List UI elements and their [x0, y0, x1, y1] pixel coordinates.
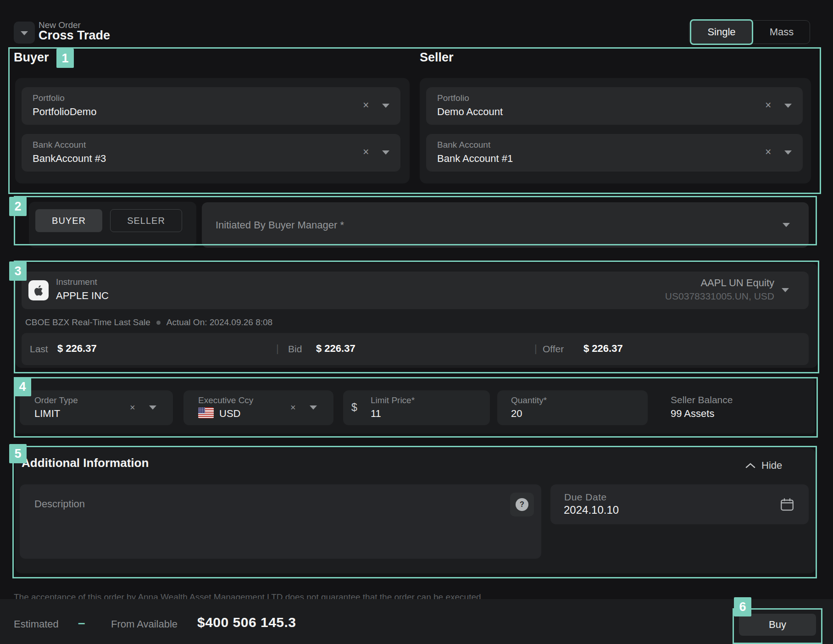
instrument-logo — [28, 280, 49, 300]
bid-price-label: Bid — [288, 343, 302, 355]
initiated-by-select[interactable]: Initiated By Buyer Manager * — [202, 202, 809, 248]
seller-portfolio-label: Portfolio — [437, 93, 469, 103]
description-help-button[interactable]: ? — [510, 493, 534, 516]
seller-bank-account-label: Bank Account — [437, 140, 490, 150]
offer-price-value: $ 226.37 — [583, 343, 623, 355]
seller-balance-label: Seller Balance — [671, 395, 733, 405]
hide-toggle[interactable]: Hide — [745, 459, 800, 472]
initiator-seller-toggle[interactable]: SELLER — [110, 209, 182, 232]
estimated-label: Estimated — [14, 618, 59, 630]
initiator-buyer-toggle[interactable]: BUYER — [35, 209, 102, 232]
initiator-buyer-toggle-label: BUYER — [52, 216, 86, 226]
executive-ccy-select[interactable]: Executive Ccy USD × — [183, 390, 333, 425]
initiated-by-placeholder: Initiated By Buyer Manager * — [216, 219, 344, 231]
market-feed-label: CBOE BZX Real-Time Last Sale — [25, 317, 150, 328]
seller-portfolio-value: Demo Account — [437, 106, 503, 118]
limit-price-label: Limit Price* — [371, 395, 415, 405]
dollar-prefix: $ — [351, 401, 357, 414]
clear-icon[interactable]: × — [765, 147, 771, 157]
page-title: Cross Trade — [39, 28, 110, 43]
last-price-value: $ 226.37 — [57, 343, 97, 355]
additional-info-title: Additional Information — [22, 456, 149, 470]
order-type-dropdown-button[interactable] — [14, 22, 35, 44]
limit-price-value[interactable]: 11 — [371, 408, 381, 420]
buyer-bank-account-value: BankAccount #3 — [33, 153, 106, 165]
tab-single-label: Single — [707, 26, 735, 38]
tab-mass-label: Mass — [770, 26, 794, 38]
market-data-row: CBOE BZX Real-Time Last Sale Actual On: … — [25, 317, 272, 328]
hide-label: Hide — [761, 460, 782, 472]
last-price-label: Last — [30, 343, 48, 355]
order-type-select[interactable]: Order Type LIMIT × — [20, 390, 173, 425]
chevron-down-icon[interactable] — [784, 104, 792, 108]
clear-icon[interactable]: × — [363, 147, 369, 157]
buyer-portfolio-value: PortfolioDemo — [33, 106, 96, 118]
chevron-down-icon[interactable] — [782, 288, 789, 292]
buyer-portfolio-select[interactable]: Portfolio PortfolioDemo × — [22, 87, 400, 125]
limit-price-field[interactable]: $ Limit Price* 11 — [343, 390, 490, 425]
instrument-label: Instrument — [56, 277, 97, 287]
chevron-down-icon[interactable] — [310, 405, 317, 410]
description-placeholder: Description — [34, 498, 85, 510]
chevron-down-icon[interactable] — [382, 150, 389, 155]
instrument-isin: US0378331005.UN, USD — [499, 291, 774, 302]
buy-button-label: Buy — [769, 619, 786, 631]
estimated-value: – — [78, 616, 85, 630]
annotation-badge-2: 2 — [9, 197, 27, 216]
bid-price-value: $ 226.37 — [316, 343, 355, 355]
quantity-field[interactable]: Quantity* 20 — [497, 390, 648, 425]
chevron-down-icon[interactable] — [382, 104, 389, 108]
market-actual-on: Actual On: 2024.09.26 8:08 — [167, 317, 272, 328]
seller-bank-account-select[interactable]: Bank Account Bank Account #1 × — [426, 134, 803, 172]
order-type-label: Order Type — [34, 395, 78, 405]
calendar-icon[interactable] — [779, 496, 795, 513]
executive-ccy-label: Executive Ccy — [198, 395, 253, 405]
quantity-label: Quantity* — [511, 395, 547, 405]
buyer-portfolio-label: Portfolio — [33, 93, 65, 103]
description-textarea[interactable]: Description ? — [20, 484, 541, 559]
cross-trade-page: New Order Cross Trade Single Mass Buyer … — [0, 0, 833, 644]
clear-icon[interactable]: × — [290, 402, 296, 413]
offer-price-label: Offer — [543, 343, 564, 355]
due-date-field[interactable]: Due Date 2024.10.10 — [550, 484, 809, 524]
chevron-down-icon[interactable] — [783, 223, 790, 227]
price-separator: | — [276, 343, 279, 355]
buy-button[interactable]: Buy — [739, 614, 816, 636]
order-type-value: LIMIT — [34, 408, 60, 420]
buyer-heading: Buyer — [14, 50, 49, 65]
clear-icon[interactable]: × — [130, 402, 135, 413]
due-date-value: 2024.10.10 — [564, 504, 619, 516]
seller-portfolio-select[interactable]: Portfolio Demo Account × — [426, 87, 803, 125]
footer-bar: Estimated – From Available $400 506 145.… — [0, 599, 833, 644]
buyer-bank-account-select[interactable]: Bank Account BankAccount #3 × — [22, 134, 400, 172]
due-date-label: Due Date — [564, 492, 607, 503]
seller-bank-account-value: Bank Account #1 — [437, 153, 513, 165]
chevron-down-icon — [21, 31, 28, 35]
chevron-down-icon[interactable] — [149, 405, 156, 410]
apple-icon — [33, 284, 45, 297]
us-flag-icon — [198, 407, 214, 418]
chevron-up-icon — [745, 462, 756, 469]
chevron-down-icon[interactable] — [784, 150, 792, 155]
instrument-select[interactable]: Instrument APPLE INC AAPL UN Equity US03… — [22, 272, 809, 309]
tab-single[interactable]: Single — [690, 19, 753, 45]
quantity-value[interactable]: 20 — [511, 408, 522, 420]
clear-icon[interactable]: × — [765, 100, 771, 111]
annotation-badge-1: 1 — [56, 49, 74, 68]
from-available-label: From Available — [111, 618, 178, 630]
dot-separator-icon — [156, 321, 161, 325]
executive-ccy-value: USD — [219, 408, 240, 420]
from-available-amount: $400 506 145.3 — [197, 615, 296, 630]
buyer-bank-account-label: Bank Account — [33, 140, 86, 150]
instrument-ticker: AAPL UN Equity — [499, 277, 774, 289]
clear-icon[interactable]: × — [363, 100, 369, 111]
price-separator: | — [534, 343, 537, 355]
seller-heading: Seller — [420, 50, 454, 65]
instrument-name: APPLE INC — [56, 290, 109, 302]
help-icon: ? — [516, 498, 528, 511]
initiator-seller-toggle-label: SELLER — [127, 216, 165, 226]
seller-balance-value: 99 Assets — [671, 408, 714, 420]
tab-mass[interactable]: Mass — [754, 20, 810, 44]
price-bar: Last $ 226.37 | Bid $ 226.37 | Offer $ 2… — [22, 333, 809, 365]
